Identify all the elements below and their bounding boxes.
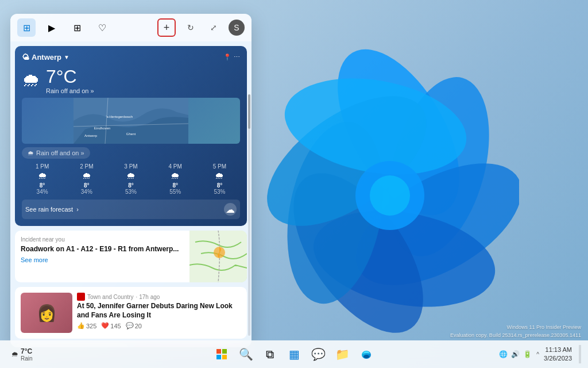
show-desktop-button[interactable]	[579, 345, 581, 363]
svg-point-7	[277, 65, 474, 187]
garner-source-label: Town and Country	[87, 294, 134, 300]
taskbar-tray-expand[interactable]: ^	[536, 351, 539, 358]
svg-point-1	[370, 66, 506, 268]
svg-point-24	[363, 355, 369, 358]
taskbar-clock[interactable]: 11:13 AM 3/26/2023	[544, 346, 572, 363]
widget-toolbar: ⊞ ▶ ⊞ ♡ + ↻ ⤢ S	[10, 14, 252, 41]
forecast-4pm: 4 PM 🌧 8° 55%	[155, 163, 196, 195]
task-view-button[interactable]: ⧉	[260, 344, 280, 365]
svg-rect-22	[222, 355, 227, 359]
incident-label: Incident near you	[21, 236, 184, 243]
scrollbar-track	[248, 94, 250, 336]
weather-pin-icon[interactable]: 📍	[223, 53, 231, 61]
garner-thumbnail: 👩	[21, 293, 72, 333]
incident-card: Incident near you Roadwork on A1 - A12 -…	[15, 231, 247, 282]
svg-point-8	[355, 161, 424, 230]
expand-button[interactable]: ⤢	[206, 20, 222, 36]
garner-comment[interactable]: 💬 20	[126, 322, 142, 329]
taskbar-sys-icons[interactable]: 🌐 🔊 🔋	[499, 350, 532, 358]
grid-icon[interactable]: ⊞	[68, 18, 86, 37]
start-button[interactable]	[211, 344, 232, 365]
garner-like[interactable]: 👍 325	[77, 322, 96, 329]
weather-location[interactable]: 🌤 Antwerp ▼	[22, 53, 69, 62]
incident-title: Roadwork on A1 - A12 - E19 - R1 from Ant…	[21, 245, 184, 253]
forecast-row: 1 PM 🌧 8° 34% 2 PM 🌧 8° 34% 3 PM 🌧 8° 53…	[22, 163, 240, 195]
rain-toggle-button[interactable]: 🌧 Rain off and on »	[22, 147, 90, 159]
svg-point-5	[274, 114, 396, 312]
svg-text:'s-Hertogenbosch: 's-Hertogenbosch	[106, 115, 133, 118]
chevron-right-icon: ›	[76, 206, 79, 213]
taskbar-temp: 7°C	[21, 347, 33, 355]
svg-rect-21	[216, 355, 221, 359]
see-rain-forecast-button[interactable]: See rain forecast › ☁	[22, 200, 240, 219]
scrollbar-thumb[interactable]	[248, 94, 250, 129]
garner-title[interactable]: At 50, Jennifer Garner Debuts Daring New…	[77, 302, 241, 320]
weather-widget: 🌤 Antwerp ▼ 📍 ⋯ 🌧 7°C Rain off and on »	[15, 46, 247, 226]
svg-point-6	[245, 71, 448, 252]
video-icon[interactable]: ▶	[42, 18, 61, 37]
refresh-button[interactable]: ↻	[183, 20, 199, 36]
win11-bloom-decoration	[220, 29, 519, 351]
widget-panel: ⊞ ▶ ⊞ ♡ + ↻ ⤢ S 🌤 Antwerp ▼ 📍 ⋯ 🌧	[10, 14, 252, 347]
garner-source-time: · 17h ago	[136, 294, 160, 300]
file-explorer-button[interactable]: 📁	[332, 344, 353, 365]
svg-point-0	[313, 29, 485, 235]
forecast-5pm: 5 PM 🌧 8° 53%	[199, 163, 240, 195]
news-card-garner: 👩 Town and Country · 17h ago At 50, Jenn…	[15, 287, 247, 339]
search-button[interactable]: 🔍	[235, 344, 256, 365]
weather-temperature: 7°C	[46, 66, 94, 87]
garner-source-dot	[77, 293, 85, 301]
taskbar: 🌧 7°C Rain 🔍 ⧉ ▦ 💬 📁	[0, 340, 588, 368]
forecast-3pm: 3 PM 🌧 8° 53%	[110, 163, 151, 195]
weather-map: 's-Hertogenbosch Eindhoven Antwerp Ghent	[22, 98, 240, 144]
svg-point-2	[336, 139, 519, 310]
incident-map-thumb	[189, 231, 247, 282]
svg-point-9	[370, 175, 410, 216]
svg-rect-19	[216, 349, 221, 354]
svg-point-4	[268, 151, 449, 351]
weather-more-icon[interactable]: ⋯	[234, 53, 240, 61]
svg-text:Eindhoven: Eindhoven	[94, 126, 110, 130]
svg-text:Ghent: Ghent	[126, 132, 136, 136]
widget-content[interactable]: 🌤 Antwerp ▼ 📍 ⋯ 🌧 7°C Rain off and on »	[10, 41, 252, 347]
user-avatar[interactable]: S	[229, 20, 245, 36]
incident-see-more-link[interactable]: See more	[21, 256, 184, 263]
taskbar-weather-label: Rain	[21, 355, 33, 362]
add-widget-button[interactable]: +	[157, 18, 176, 37]
chat-button[interactable]: 💬	[308, 344, 328, 365]
svg-rect-20	[222, 349, 227, 354]
windows-info-bar: Windows 11 Pro Insider Preview Evaluatio…	[450, 324, 581, 339]
home-icon[interactable]: ⊞	[17, 18, 36, 37]
edge-browser-button[interactable]	[356, 344, 377, 365]
rain-label[interactable]: 🌧 Rain off and on »	[22, 147, 240, 159]
forecast-2pm: 2 PM 🌧 8° 34%	[66, 163, 107, 195]
heart-icon[interactable]: ♡	[93, 18, 111, 37]
weather-description[interactable]: Rain off and on »	[46, 87, 94, 94]
speaker-icon[interactable]: 🔊	[511, 350, 520, 358]
taskbar-weather-widget[interactable]: 🌧 7°C Rain	[7, 345, 37, 364]
garner-heart[interactable]: ❤️ 145	[101, 322, 121, 329]
svg-text:Antwerp: Antwerp	[84, 134, 98, 137]
battery-icon[interactable]: 🔋	[523, 350, 532, 358]
weather-icon: 🌧	[22, 70, 40, 91]
network-icon[interactable]: 🌐	[499, 350, 508, 358]
forecast-1pm: 1 PM 🌧 8° 34%	[22, 163, 63, 195]
svg-point-3	[306, 197, 503, 320]
widgets-button[interactable]: ▦	[284, 344, 304, 365]
